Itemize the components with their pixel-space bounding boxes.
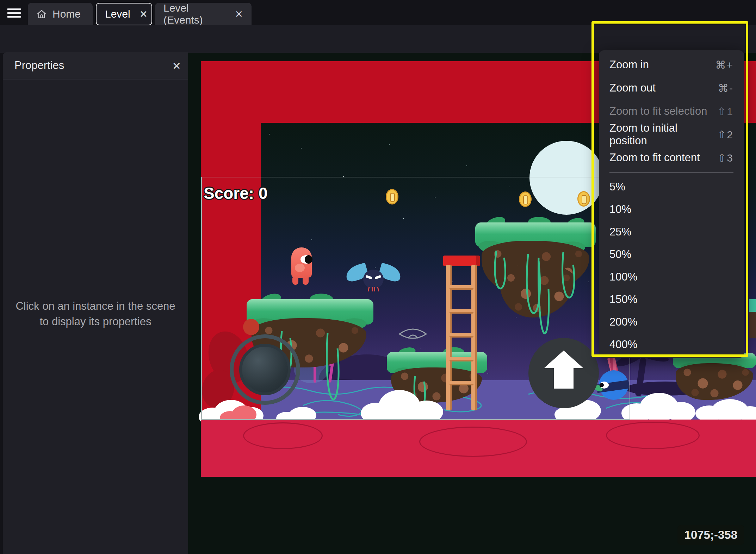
- tab-home[interactable]: Home: [28, 3, 93, 25]
- home-icon: [36, 9, 47, 19]
- menu-item-label: Zoom to fit selection: [609, 105, 707, 118]
- menu-item-zoom-100[interactable]: 100%: [599, 266, 744, 288]
- hamburger-icon: [7, 8, 21, 10]
- cursor-coordinates-badge: 1075;-358: [677, 525, 744, 545]
- close-icon[interactable]: ✕: [172, 60, 181, 72]
- menu-item-zoom-to-fit-selection: Zoom to fit selection ⇧1: [599, 100, 744, 123]
- menu-item-zoom-400[interactable]: 400%: [599, 333, 744, 356]
- game-camera-frame: [201, 177, 630, 420]
- tab-level-events-label: Level (Events): [163, 2, 226, 26]
- properties-empty-message: Click on an instance in the scene to dis…: [13, 298, 178, 329]
- menu-item-label: 25%: [609, 226, 631, 238]
- close-icon[interactable]: ✕: [235, 8, 243, 20]
- menu-item-zoom-to-initial-position[interactable]: Zoom to initial position ⇧2: [599, 123, 744, 146]
- menu-item-zoom-in[interactable]: Zoom in ⌘+: [599, 53, 744, 76]
- menu-item-shortcut: ⌘+: [715, 59, 733, 71]
- menu-item-label: 400%: [609, 338, 637, 351]
- menu-item-zoom-5[interactable]: 5%: [599, 176, 744, 198]
- properties-panel-header: Properties ✕: [3, 52, 188, 80]
- menu-item-zoom-to-fit-content[interactable]: Zoom to fit content ⇧3: [599, 146, 744, 169]
- scene-stars: [269, 134, 270, 134]
- main-menu-button[interactable]: [7, 8, 21, 19]
- menu-item-label: 100%: [609, 271, 637, 283]
- menu-item-zoom-200[interactable]: 200%: [599, 311, 744, 333]
- menu-item-shortcut: ⌘-: [718, 82, 733, 94]
- zoom-dropdown-menu: Zoom in ⌘+ Zoom out ⌘- Zoom to fit selec…: [599, 50, 744, 358]
- menu-item-label: 10%: [609, 203, 631, 216]
- tab-bar: Home Level ✕ Level (Events) ✕: [0, 0, 756, 25]
- menu-item-label: Zoom to initial position: [609, 122, 717, 147]
- menu-item-label: Zoom in: [609, 58, 649, 71]
- platform-sprite[interactable]: [749, 299, 756, 338]
- menu-item-shortcut: ⇧3: [717, 152, 733, 164]
- menu-item-label: Zoom to fit content: [609, 151, 700, 164]
- menu-item-label: Zoom out: [609, 82, 656, 94]
- toolbar: Preview ▼ Publish: [0, 25, 756, 53]
- menu-item-label: 50%: [609, 248, 631, 261]
- menu-item-shortcut: ⇧2: [717, 128, 733, 141]
- score-text-object[interactable]: Score: 0: [204, 184, 268, 203]
- hamburger-icon: [7, 12, 21, 14]
- menu-item-label: 200%: [609, 316, 637, 328]
- menu-item-zoom-150[interactable]: 150%: [599, 288, 744, 311]
- menu-item-label: 150%: [609, 293, 637, 306]
- close-icon[interactable]: ✕: [140, 8, 148, 20]
- gdevelop-editor-window: Home Level ✕ Level (Events) ✕ Preview ▼ …: [0, 0, 756, 554]
- menu-item-zoom-10[interactable]: 10%: [599, 198, 744, 221]
- tab-home-label: Home: [52, 8, 81, 20]
- menu-item-label: 5%: [609, 181, 625, 193]
- properties-panel-title: Properties: [14, 59, 64, 72]
- bottom-lava-sprite[interactable]: [201, 420, 756, 477]
- menu-item-shortcut: ⇧1: [717, 105, 733, 118]
- tab-level-events[interactable]: Level (Events) ✕: [155, 3, 252, 25]
- menu-item-zoom-50[interactable]: 50%: [599, 243, 744, 266]
- properties-panel: Properties ✕ Click on an instance in the…: [3, 52, 188, 554]
- hamburger-icon: [7, 16, 21, 18]
- tab-level-label: Level: [105, 8, 130, 20]
- menu-item-zoom-25[interactable]: 25%: [599, 221, 744, 243]
- menu-divider: [609, 172, 733, 173]
- menu-item-zoom-out[interactable]: Zoom out ⌘-: [599, 76, 744, 100]
- tab-level[interactable]: Level ✕: [96, 3, 152, 25]
